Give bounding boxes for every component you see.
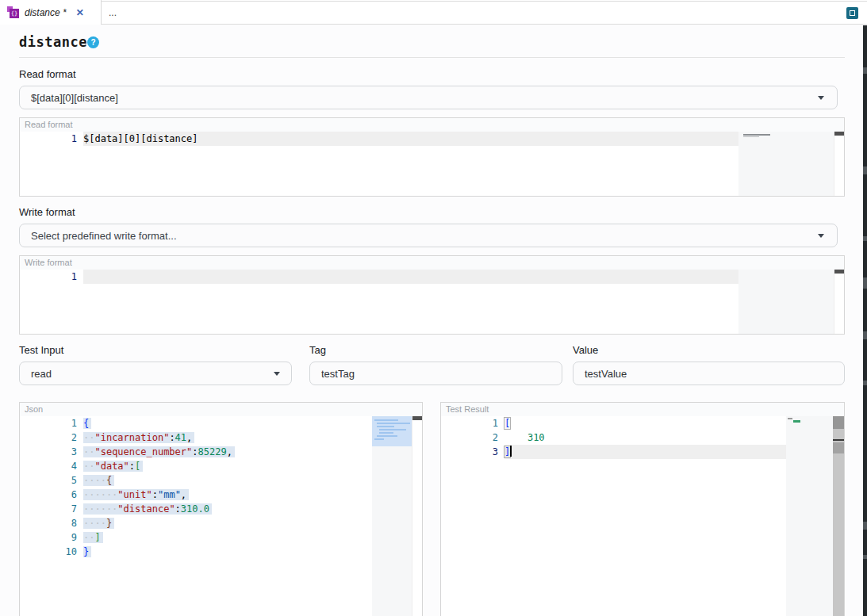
json-editor[interactable]: Json 1{2··"incarnation":41,3··"sequence_… — [19, 402, 423, 616]
test-result-editor-title: Test Result — [441, 403, 844, 416]
code-text[interactable]: ··] — [83, 530, 372, 545]
code-text[interactable]: ··"sequence_number":85229, — [83, 445, 372, 459]
tab-overflow[interactable]: ... — [102, 1, 867, 25]
tab-label: distance * — [25, 7, 67, 18]
panel-toggle-icon — [850, 10, 855, 16]
value-field-wrap[interactable] — [573, 362, 845, 385]
write-format-editor-body[interactable]: 1 — [20, 270, 844, 284]
test-result-editor[interactable]: Test Result 1[2 3103] — [440, 402, 845, 616]
page-title: distance — [19, 34, 87, 50]
line-number: 3 — [20, 445, 83, 459]
text-selection: ····{ — [83, 475, 114, 486]
write-format-editor[interactable]: Write format 1 — [19, 255, 845, 335]
read-format-dropdown-value: $[data][0][distance] — [31, 92, 118, 104]
test-input-label: Test Input — [19, 344, 63, 356]
write-format-dropdown[interactable]: Select predefined write format... — [19, 224, 838, 247]
minimap[interactable] — [372, 416, 412, 616]
line-number: 3 — [441, 445, 504, 459]
text-selection: ······"distance":310.0 — [83, 503, 212, 515]
code-text[interactable]: [ — [504, 416, 786, 430]
code-text[interactable]: { — [83, 416, 372, 430]
text-cursor — [510, 446, 512, 457]
test-input-dropdown-value: read — [31, 368, 52, 380]
tag-field[interactable] — [321, 368, 551, 380]
code-line[interactable]: 3··"sequence_number":85229, — [20, 445, 422, 459]
code-text[interactable]: ······"unit":"mm", — [83, 488, 372, 502]
chevron-down-icon — [274, 372, 280, 376]
text-selection: ··"incarnation":41, — [83, 432, 194, 443]
code-line[interactable]: 10} — [20, 545, 422, 559]
read-format-dropdown[interactable]: $[data][0][distance] — [19, 86, 838, 109]
json-editor-body[interactable]: 1{2··"incarnation":41,3··"sequence_numbe… — [20, 416, 422, 559]
tag-field-wrap[interactable] — [309, 362, 562, 385]
read-format-label: Read format — [19, 68, 76, 80]
code-text[interactable]: ··"data":[ — [83, 459, 372, 473]
code-line[interactable]: 1$[data][0][distance] — [20, 132, 844, 146]
tab-bar: {} distance * ✕ ... — [0, 0, 867, 25]
cursor-position-marker — [833, 439, 844, 441]
line-number: 5 — [20, 473, 83, 488]
code-text[interactable]: ] — [504, 445, 786, 459]
code-line[interactable]: 2··"incarnation":41, — [20, 430, 422, 445]
code-line[interactable]: 4··"data":[ — [20, 459, 422, 473]
minimap[interactable] — [738, 132, 834, 196]
panel-toggle-button[interactable] — [846, 7, 858, 19]
scrollbar-thumb[interactable] — [834, 270, 844, 274]
tab-distance[interactable]: {} distance * ✕ — [0, 0, 102, 25]
app-window: {} distance * ✕ ... distance ? Read form… — [0, 0, 867, 616]
line-number: 9 — [20, 530, 83, 545]
right-edge-scrollbar[interactable] — [863, 25, 867, 616]
read-format-editor-body[interactable]: 1$[data][0][distance] — [20, 132, 844, 146]
code-line[interactable]: 1 — [20, 270, 844, 284]
code-text[interactable] — [83, 270, 738, 284]
scrollbar[interactable] — [833, 416, 844, 616]
line-number: 1 — [441, 416, 504, 430]
code-text[interactable]: $[data][0][distance] — [83, 132, 738, 146]
scrollbar-thumb[interactable] — [833, 416, 844, 429]
code-text[interactable]: 310 — [504, 430, 786, 445]
code-text[interactable]: ··"incarnation":41, — [83, 430, 372, 445]
write-format-label: Write format — [19, 206, 75, 218]
code-text[interactable]: ····{ — [83, 473, 372, 488]
text-selection: ··"sequence_number":85229, — [83, 446, 235, 457]
scrollbar[interactable] — [834, 132, 844, 196]
code-text[interactable]: } — [83, 545, 372, 559]
line-number: 2 — [441, 430, 504, 445]
code-line[interactable]: 3] — [441, 445, 844, 459]
test-input-dropdown[interactable]: read — [19, 362, 292, 385]
close-icon[interactable]: ✕ — [76, 7, 84, 18]
scrollbar[interactable] — [412, 416, 422, 616]
minimap[interactable] — [786, 416, 833, 616]
line-number: 1 — [20, 270, 83, 284]
line-number: 4 — [20, 459, 83, 473]
line-number: 8 — [20, 516, 83, 530]
text-selection: ······"unit":"mm", — [83, 489, 189, 500]
code-line[interactable]: 9··] — [20, 530, 422, 545]
scrollbar-thumb[interactable] — [412, 416, 422, 420]
scrollbar-thumb[interactable] — [834, 132, 844, 136]
minimap[interactable] — [738, 270, 834, 334]
code-text[interactable]: ······"distance":310.0 — [83, 502, 372, 516]
scrollbar[interactable] — [834, 270, 844, 334]
read-format-editor[interactable]: Read format 1$[data][0][distance] — [19, 117, 845, 197]
value-field[interactable] — [585, 368, 833, 380]
chevron-down-icon — [818, 234, 824, 238]
test-result-editor-body[interactable]: 1[2 3103] — [441, 416, 844, 459]
write-format-editor-title: Write format — [20, 256, 844, 270]
code-line[interactable]: 1{ — [20, 416, 422, 430]
header-divider — [19, 57, 845, 58]
line-number: 1 — [20, 132, 83, 146]
code-line[interactable]: 6······"unit":"mm", — [20, 488, 422, 502]
code-line[interactable]: 1[ — [441, 416, 844, 430]
code-line[interactable]: 8····} — [20, 516, 422, 530]
code-text[interactable]: ····} — [83, 516, 372, 530]
help-icon[interactable]: ? — [87, 36, 99, 48]
line-number: 1 — [20, 416, 83, 430]
code-line[interactable]: 2 310 — [441, 430, 844, 445]
tag-label: Tag — [309, 344, 326, 356]
chevron-down-icon — [818, 96, 824, 100]
read-format-editor-title: Read format — [20, 118, 844, 132]
code-line[interactable]: 7······"distance":310.0 — [20, 502, 422, 516]
code-line[interactable]: 5····{ — [20, 473, 422, 488]
text-selection: ····} — [83, 518, 114, 529]
